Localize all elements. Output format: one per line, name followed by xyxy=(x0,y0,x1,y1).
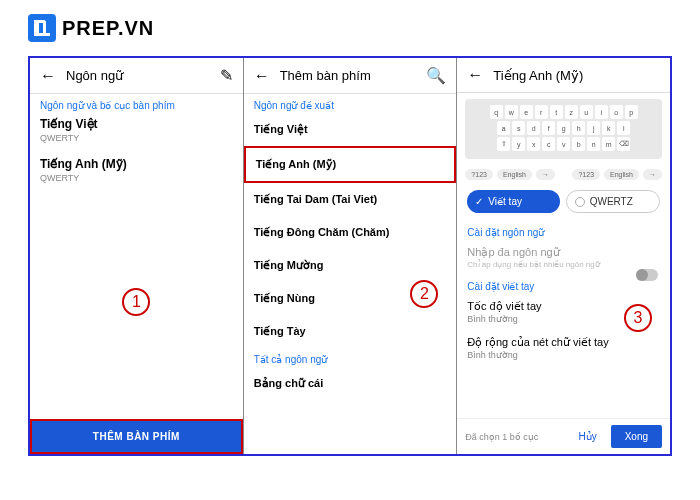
logo-icon xyxy=(28,14,56,42)
page-title: Ngôn ngữ xyxy=(66,68,210,83)
step-badge: 1 xyxy=(122,288,150,316)
keyboard-tabs: ?123English→ ?123English→ xyxy=(465,169,662,180)
cancel-button[interactable]: Hủy xyxy=(570,427,604,446)
header: ← Ngôn ngữ ✎ xyxy=(30,58,243,94)
chip-label: QWERTZ xyxy=(590,196,633,207)
language-layout: QWERTY xyxy=(40,173,233,183)
add-keyboard-button[interactable]: THÊM BÀN PHÍM xyxy=(32,421,241,452)
chip-label: Viết tay xyxy=(488,196,522,207)
list-item-highlighted[interactable]: Tiếng Anh (Mỹ) xyxy=(244,146,457,183)
list-item[interactable]: Tiếng Đông Chăm (Chăm) xyxy=(244,216,457,249)
section-label: Cài đặt ngôn ngữ xyxy=(457,221,670,240)
keyboard-preview: qwertzuiop asdfghjkl ⇧yxcvbnm⌫ xyxy=(465,99,662,159)
list-item[interactable]: Tiếng Việt xyxy=(244,113,457,146)
list-item[interactable]: Tiếng Tai Dam (Tai Viet) xyxy=(244,183,457,216)
add-keyboard-highlight: THÊM BÀN PHÍM xyxy=(30,419,243,454)
language-name: Tiếng Việt xyxy=(40,117,233,131)
section-label: Ngôn ngữ và bố cục bàn phím xyxy=(30,94,243,113)
setting-multilang[interactable]: Nhập đa ngôn ngữ Chỉ áp dụng nếu bật nhi… xyxy=(457,240,670,275)
section-label: Tất cả ngôn ngữ xyxy=(244,348,457,367)
panel-language: ← Ngôn ngữ ✎ Ngôn ngữ và bố cục bàn phím… xyxy=(30,58,244,454)
chip-qwertz[interactable]: QWERTZ xyxy=(566,190,660,213)
radio-icon xyxy=(575,197,585,207)
header: ← Thêm bàn phím 🔍 xyxy=(244,58,457,94)
layout-chips: ✓Viết tay QWERTZ xyxy=(457,186,670,221)
search-icon[interactable]: 🔍 xyxy=(426,66,446,85)
footer-bar: Đã chọn 1 bố cục Hủy Xong xyxy=(457,418,670,454)
header: ← Tiếng Anh (Mỹ) xyxy=(457,58,670,93)
section-label: Ngôn ngữ đề xuất xyxy=(244,94,457,113)
logo-text: PREP.VN xyxy=(62,17,154,40)
back-arrow-icon[interactable]: ← xyxy=(40,67,56,85)
step-badge: 3 xyxy=(624,304,652,332)
setting-title: Nhập đa ngôn ngữ xyxy=(467,246,660,259)
setting-subtitle: Bình thường xyxy=(467,350,660,360)
toggle-switch[interactable] xyxy=(636,269,658,281)
back-arrow-icon[interactable]: ← xyxy=(467,66,483,84)
done-button[interactable]: Xong xyxy=(611,425,662,448)
back-arrow-icon[interactable]: ← xyxy=(254,67,270,85)
step-badge: 2 xyxy=(410,280,438,308)
logo-bar: PREP.VN xyxy=(0,0,700,56)
list-item[interactable]: Tiếng Mường xyxy=(244,249,457,282)
language-layout: QWERTY xyxy=(40,133,233,143)
language-name: Tiếng Anh (Mỹ) xyxy=(40,157,233,171)
setting-subtitle: Chỉ áp dụng nếu bật nhiều ngôn ngữ xyxy=(467,260,660,269)
panels-container: ← Ngôn ngữ ✎ Ngôn ngữ và bố cục bàn phím… xyxy=(28,56,672,456)
list-item[interactable]: Tiếng Tày xyxy=(244,315,457,348)
language-item[interactable]: Tiếng Việt QWERTY xyxy=(30,113,243,153)
page-title: Thêm bàn phím xyxy=(280,68,417,83)
footer-status: Đã chọn 1 bố cục xyxy=(465,432,564,442)
edit-icon[interactable]: ✎ xyxy=(220,66,233,85)
list-item[interactable]: Bảng chữ cái xyxy=(244,367,457,392)
language-item[interactable]: Tiếng Anh (Mỹ) QWERTY xyxy=(30,153,243,193)
page-title: Tiếng Anh (Mỹ) xyxy=(493,68,660,83)
setting-stroke-width[interactable]: Độ rộng của nét chữ viết tay Bình thường xyxy=(457,330,670,366)
panel-english-us: ← Tiếng Anh (Mỹ) qwertzuiop asdfghjkl ⇧y… xyxy=(457,58,670,454)
setting-title: Độ rộng của nét chữ viết tay xyxy=(467,336,660,349)
chip-handwriting[interactable]: ✓Viết tay xyxy=(467,190,559,213)
check-icon: ✓ xyxy=(475,196,483,207)
panel-add-keyboard: ← Thêm bàn phím 🔍 Ngôn ngữ đề xuất Tiếng… xyxy=(244,58,458,454)
